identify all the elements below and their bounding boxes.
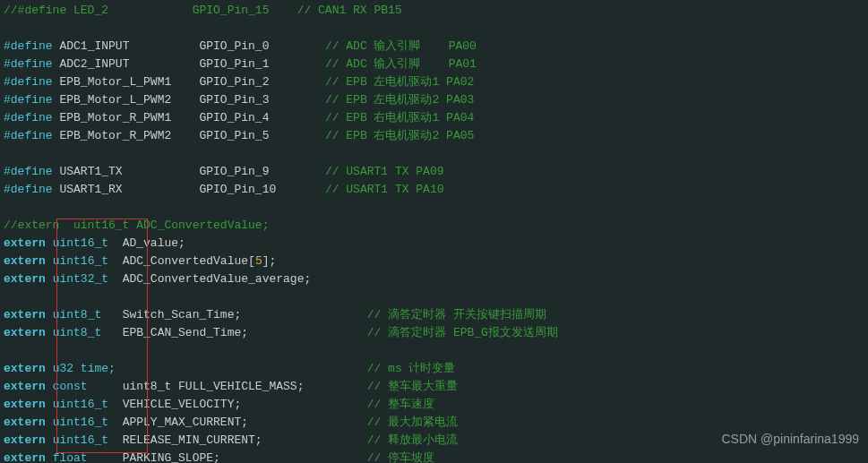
extern-keyword: extern (4, 308, 46, 322)
type: u32 time; (53, 362, 123, 375)
extern-keyword: extern (4, 398, 46, 411)
code-line[interactable]: extern u32 time; // ms 计时变量 (4, 360, 868, 378)
preproc-keyword: #define (4, 39, 53, 53)
macro-name: EPB_Motor_L_PWM1 (59, 75, 199, 89)
declaration: ADC_ConvertedValue_average; (123, 272, 312, 286)
watermark: CSDN @pininfarina1999 (721, 430, 859, 449)
extern-keyword: extern (4, 362, 46, 375)
type: const (53, 380, 123, 393)
declaration: AD_value; (123, 236, 185, 250)
extern-keyword: extern (4, 236, 46, 250)
preproc-keyword: #define (4, 129, 53, 142)
type: uint16_t (53, 254, 123, 268)
code-line[interactable] (4, 145, 868, 163)
code-line[interactable]: #define ADC1_INPUT GPIO_Pin_0 // ADC 输入引… (4, 38, 868, 56)
extern-keyword: extern (4, 416, 46, 429)
comment: // USART1 TX PA09 (325, 165, 444, 178)
comment: // 滴答定时器 开关按键扫描周期 (367, 308, 546, 322)
macro-name: EPB_Motor_R_PWM2 (59, 129, 199, 142)
macro-value: GPIO_Pin_1 (199, 57, 324, 71)
extern-keyword: extern (4, 272, 46, 286)
code-line[interactable]: //#define LED_2 GPIO_Pin_15 // CAN1 RX P… (4, 2, 868, 20)
preproc-keyword: #define (4, 75, 53, 89)
code-line[interactable] (4, 288, 868, 306)
code-line[interactable] (4, 342, 868, 360)
comment: // 最大加紧电流 (367, 416, 458, 429)
comment: // 滴答定时器 EPB_G报文发送周期 (367, 326, 558, 339)
extern-keyword: extern (4, 326, 46, 339)
code-line[interactable]: extern const uint8_t FULL_VEHICLE_MASS; … (4, 378, 868, 396)
code-line[interactable]: #define USART1_RX GPIO_Pin_10 // USART1 … (4, 181, 868, 199)
declaration: VEHICLE_VELOCITY; (123, 398, 242, 411)
preproc-keyword: #define (4, 165, 53, 178)
code-line[interactable]: extern float PARKING_SLOPE; // 停车坡度 (4, 450, 868, 463)
code-line[interactable] (4, 199, 868, 217)
comment: // EPB 左电机驱动2 PA03 (325, 93, 474, 107)
code-line[interactable]: extern uint16_t VEHICLE_VELOCITY; // 整车速… (4, 396, 868, 414)
comment: // ADC 输入引脚 PA01 (325, 57, 477, 71)
number: 5 (255, 254, 262, 268)
type: uint16_t (53, 433, 123, 447)
macro-name: USART1_TX (59, 165, 199, 178)
type: uint16_t (53, 416, 123, 429)
code-line[interactable] (4, 20, 868, 38)
declaration: RELEASE_MIN_CURRENT; (123, 433, 262, 447)
macro-name: ADC2_INPUT (59, 57, 199, 71)
code-line[interactable]: extern uint16_t APPLY_MAX_CURRENT; // 最大… (4, 414, 868, 432)
macro-name: EPB_Motor_R_PWM1 (59, 111, 199, 124)
macro-value: GPIO_Pin_3 (199, 93, 324, 107)
code-line[interactable]: //extern uint16_t ADC_ConvertedValue; (4, 217, 868, 235)
declaration: ]; (262, 254, 277, 268)
preproc-keyword: #define (4, 183, 53, 196)
preproc-keyword: #define (4, 111, 53, 124)
type: uint8_t (53, 326, 123, 339)
comment: // 整车最大重量 (367, 380, 458, 393)
comment: // ms 计时变量 (367, 362, 456, 375)
code-editor[interactable]: //#define LED_2 GPIO_Pin_15 // CAN1 RX P… (0, 0, 868, 463)
code-line[interactable]: #define USART1_TX GPIO_Pin_9 // USART1 T… (4, 163, 868, 181)
comment: // 整车速度 (367, 398, 434, 411)
declaration: APPLY_MAX_CURRENT; (123, 416, 248, 429)
code-line[interactable]: #define EPB_Motor_R_PWM1 GPIO_Pin_4 // E… (4, 109, 868, 127)
code-line[interactable]: extern uint32_t ADC_ConvertedValue_avera… (4, 270, 868, 288)
extern-keyword: extern (4, 254, 46, 268)
code-line[interactable]: #define EPB_Motor_L_PWM2 GPIO_Pin_3 // E… (4, 91, 868, 109)
macro-value: GPIO_Pin_2 (199, 75, 324, 89)
comment: // EPB 右电机驱动1 PA04 (325, 111, 474, 124)
extern-keyword: extern (4, 433, 46, 447)
macro-name: EPB_Motor_L_PWM2 (59, 93, 199, 107)
code-line[interactable]: extern uint16_t AD_value; (4, 235, 868, 253)
declaration: uint8_t FULL_VEHICLE_MASS; (123, 380, 305, 393)
code-line[interactable]: extern uint8_t EPB_CAN_Send_Time; // 滴答定… (4, 324, 868, 342)
macro-value: GPIO_Pin_5 (199, 129, 324, 142)
comment: //#define LED_2 GPIO_Pin_15 // CAN1 RX P… (4, 4, 402, 17)
type: uint32_t (53, 272, 123, 286)
code-line[interactable]: #define ADC2_INPUT GPIO_Pin_1 // ADC 输入引… (4, 56, 868, 73)
extern-keyword: extern (4, 451, 46, 463)
code-line[interactable]: #define EPB_Motor_L_PWM1 GPIO_Pin_2 // E… (4, 73, 868, 91)
preproc-keyword: #define (4, 93, 53, 107)
code-line[interactable]: extern uint16_t ADC_ConvertedValue[5]; (4, 253, 868, 270)
code-line[interactable]: extern uint8_t Switch_Scan_Time; // 滴答定时… (4, 306, 868, 324)
declaration: Switch_Scan_Time; (123, 308, 242, 322)
comment: // 停车坡度 (367, 451, 434, 463)
macro-value: GPIO_Pin_4 (199, 111, 324, 124)
macro-value: GPIO_Pin_0 (199, 39, 324, 53)
comment: // EPB 左电机驱动1 PA02 (325, 75, 474, 89)
comment: // 释放最小电流 (367, 433, 458, 447)
declaration: EPB_CAN_Send_Time; (123, 326, 248, 339)
macro-name: ADC1_INPUT (59, 39, 199, 53)
comment: // ADC 输入引脚 PA00 (325, 39, 477, 53)
preproc-keyword: #define (4, 57, 53, 71)
type: float (53, 451, 123, 463)
macro-value: GPIO_Pin_9 (199, 165, 324, 178)
macro-name: USART1_RX (59, 183, 199, 196)
comment: // EPB 右电机驱动2 PA05 (325, 129, 474, 142)
type: uint16_t (53, 236, 123, 250)
declaration: ADC_ConvertedValue[ (123, 254, 255, 268)
macro-value: GPIO_Pin_10 (199, 183, 324, 196)
declaration: PARKING_SLOPE; (123, 451, 220, 463)
type: uint8_t (53, 308, 123, 322)
extern-keyword: extern (4, 380, 46, 393)
code-line[interactable]: #define EPB_Motor_R_PWM2 GPIO_Pin_5 // E… (4, 127, 868, 145)
